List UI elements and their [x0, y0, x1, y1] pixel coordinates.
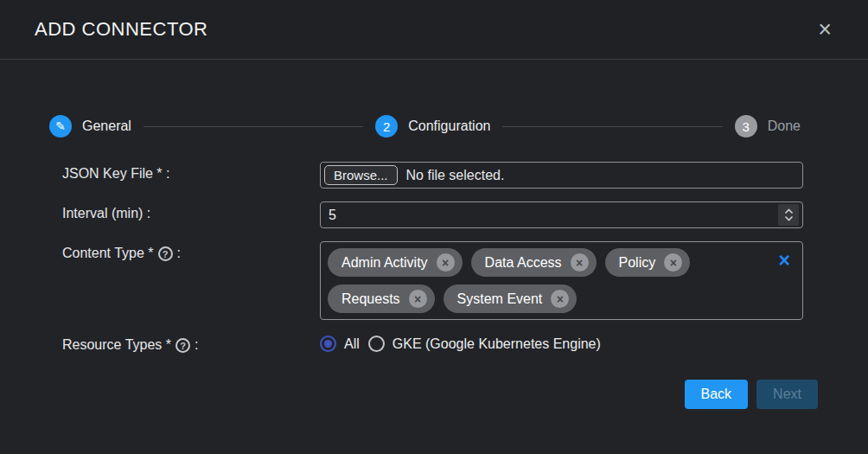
chevron-down-icon[interactable]	[784, 215, 794, 221]
radio-unselected-icon[interactable]	[368, 336, 385, 352]
tag-admin-activity[interactable]: Admin Activity ×	[328, 248, 463, 277]
radio-selected-icon[interactable]	[320, 336, 336, 352]
step-2-badge: 2	[375, 115, 398, 137]
tag-remove-icon[interactable]: ×	[437, 253, 455, 272]
tag-remove-icon[interactable]: ×	[551, 290, 569, 308]
interval-row: Interval (min) :	[62, 201, 868, 228]
step-configuration[interactable]: 2 Configuration	[375, 115, 490, 137]
interval-input-wrap	[320, 201, 803, 228]
wizard-stepper: ✎ General 2 Configuration 3 Done	[49, 115, 801, 137]
number-stepper[interactable]	[778, 204, 799, 226]
tag-system-event[interactable]: System Event ×	[444, 285, 578, 313]
step-connector-line	[502, 126, 722, 127]
dialog-footer: Back Next	[0, 366, 868, 409]
browse-button[interactable]: Browse...	[324, 165, 398, 185]
step-connector-line	[144, 126, 363, 127]
dialog-header: ADD CONNECTOR ×	[0, 0, 868, 60]
tag-remove-icon[interactable]: ×	[409, 290, 427, 308]
tag-data-access[interactable]: Data Access ×	[471, 248, 597, 277]
step-done: 3 Done	[735, 115, 801, 137]
interval-label: Interval (min) :	[62, 201, 320, 228]
tag-remove-icon[interactable]: ×	[571, 253, 589, 272]
help-icon[interactable]: ?	[176, 338, 190, 353]
interval-input[interactable]	[321, 208, 778, 223]
step-done-label: Done	[768, 118, 801, 134]
step-3-badge: 3	[735, 115, 757, 137]
help-icon[interactable]: ?	[158, 246, 173, 261]
content-type-multiselect[interactable]: Admin Activity × Data Access × Policy × …	[320, 241, 803, 320]
tag-remove-icon[interactable]: ×	[664, 253, 682, 272]
add-connector-dialog: ADD CONNECTOR × ✎ General 2 Configuratio…	[0, 0, 868, 454]
tag-requests[interactable]: Requests ×	[328, 285, 435, 313]
next-button[interactable]: Next	[756, 380, 818, 409]
dialog-title: ADD CONNECTOR	[35, 18, 207, 41]
radio-all[interactable]: All	[320, 336, 360, 352]
content-type-row: Content Type * ? : Admin Activity × Data…	[62, 241, 868, 320]
configuration-form: JSON Key File * : Browse... No file sele…	[0, 162, 868, 366]
content-type-label: Content Type * ? :	[62, 241, 320, 320]
chevron-up-icon[interactable]	[784, 208, 794, 214]
json-key-file-label: JSON Key File * :	[62, 162, 320, 189]
step-general[interactable]: ✎ General	[49, 115, 131, 137]
json-key-file-input[interactable]: Browse... No file selected.	[320, 162, 803, 189]
radio-gke[interactable]: GKE (Google Kubernetes Engine)	[368, 336, 601, 352]
clear-all-icon[interactable]: ×	[779, 251, 790, 271]
pencil-icon: ✎	[49, 115, 72, 137]
resource-types-row: Resource Types * ? : All GKE (Google Kub…	[62, 333, 868, 353]
step-configuration-label: Configuration	[408, 118, 490, 134]
resource-types-options: All GKE (Google Kubernetes Engine)	[320, 333, 803, 352]
step-general-label: General	[82, 118, 131, 134]
file-status-text: No file selected.	[406, 168, 505, 183]
tag-policy[interactable]: Policy ×	[605, 248, 691, 277]
json-key-file-row: JSON Key File * : Browse... No file sele…	[62, 162, 868, 189]
resource-types-label: Resource Types * ? :	[62, 333, 320, 353]
close-icon[interactable]: ×	[816, 18, 833, 42]
back-button[interactable]: Back	[685, 380, 749, 409]
